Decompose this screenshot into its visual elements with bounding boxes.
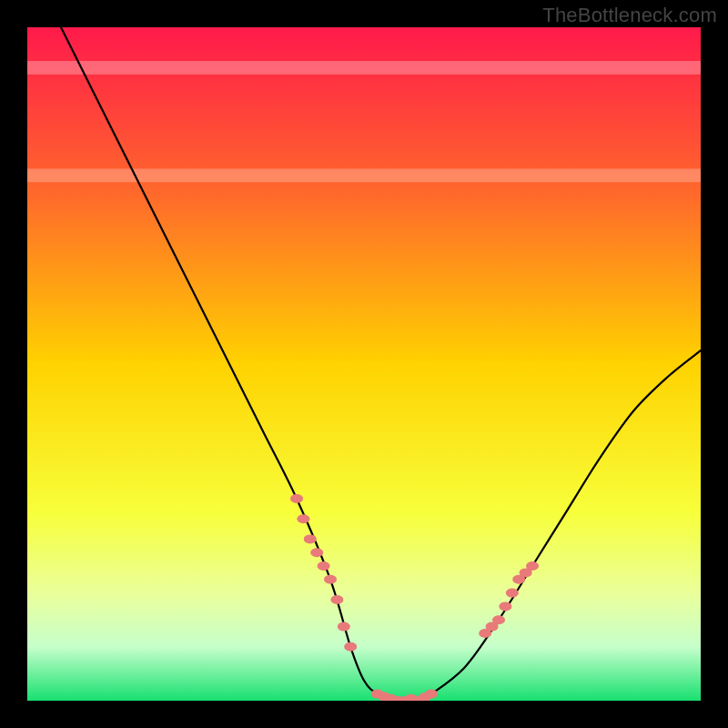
plot-area bbox=[27, 27, 701, 701]
highlight-point bbox=[344, 642, 357, 652]
highlight-band bbox=[27, 168, 701, 182]
highlight-point bbox=[492, 615, 505, 624]
highlight-point bbox=[526, 561, 539, 571]
chart-svg bbox=[27, 27, 701, 701]
highlight-point bbox=[324, 575, 337, 584]
highlight-point bbox=[425, 690, 438, 699]
highlight-point bbox=[318, 561, 330, 571]
highlight-point bbox=[304, 534, 317, 543]
highlight-point bbox=[297, 514, 309, 523]
chart-background bbox=[27, 27, 701, 701]
highlight-point bbox=[290, 494, 303, 503]
highlight-point bbox=[506, 589, 519, 598]
highlight-point bbox=[499, 602, 511, 611]
highlight-point bbox=[310, 548, 323, 557]
watermark-text: TheBottleneck.com bbox=[542, 4, 717, 27]
highlight-point bbox=[338, 622, 350, 632]
highlight-point bbox=[330, 595, 343, 604]
chart-frame: TheBottleneck.com bbox=[0, 0, 728, 728]
highlight-band bbox=[27, 61, 701, 75]
